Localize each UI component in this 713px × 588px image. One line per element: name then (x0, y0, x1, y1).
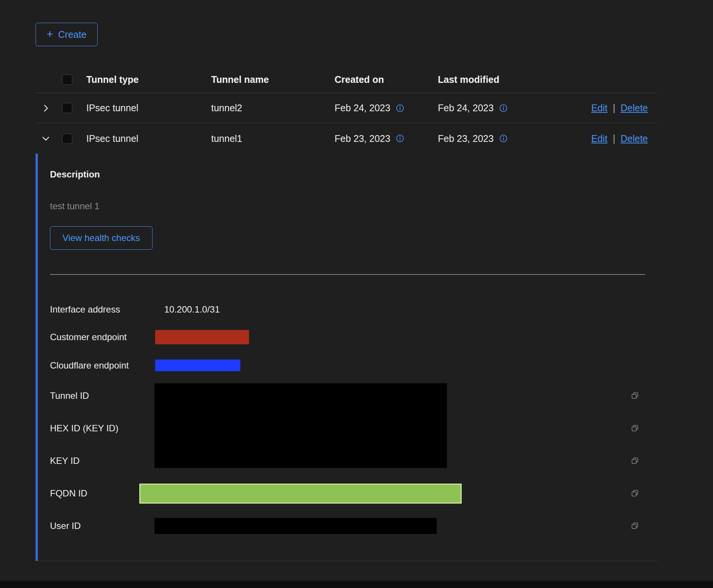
created-date: Feb 24, 2023 (335, 103, 390, 114)
copy-icon (630, 521, 640, 530)
info-icon (499, 134, 508, 143)
table-header-row: Tunnel type Tunnel name Created on Last … (36, 67, 658, 93)
field-label: User ID (50, 521, 155, 531)
expand-row-button[interactable] (41, 103, 51, 113)
copy-fqdn-id-button[interactable] (630, 488, 640, 499)
field-label: Interface address (50, 304, 155, 315)
info-icon (396, 134, 404, 143)
table-row-tunnel2: IPsec tunnel tunnel2 Feb 24, 2023 Feb 24… (36, 93, 658, 123)
detail-row-key-id: KEY ID (50, 445, 658, 477)
chevron-down-icon (41, 134, 51, 143)
chevron-right-icon (41, 103, 51, 113)
delete-link[interactable]: Delete (621, 133, 648, 144)
header-created-on: Created on (335, 74, 438, 85)
view-health-checks-button[interactable]: View health checks (50, 226, 153, 250)
redacted-user-id (154, 518, 437, 534)
tunnel-details: Interface address 10.200.1.0/31 Customer… (50, 296, 658, 542)
modified-info-button[interactable] (499, 134, 508, 143)
copy-tunnel-id-button[interactable] (630, 390, 640, 401)
panel-divider (50, 274, 645, 275)
bottom-edge-strip (0, 581, 713, 588)
create-button-label: Create (58, 29, 87, 40)
header-checkbox-cell (62, 75, 86, 85)
tunnel1-detail-panel: Description test tunnel 1 View health ch… (36, 154, 658, 561)
created-info-button[interactable] (396, 134, 404, 143)
tunnels-page: + Create Tunnel type Tunnel name Created… (0, 0, 713, 588)
field-label: KEY ID (50, 456, 155, 466)
expanded-indicator-bar (36, 154, 38, 561)
header-tunnel-name: Tunnel name (211, 74, 335, 85)
edit-link[interactable]: Edit (591, 133, 607, 144)
field-label: Customer endpoint (50, 332, 155, 342)
interface-address-value: 10.200.1.0/31 (164, 304, 220, 315)
row-checkbox[interactable] (62, 134, 72, 144)
row-checkbox[interactable] (62, 103, 72, 113)
collapse-row-button[interactable] (41, 134, 51, 143)
redacted-customer-endpoint (155, 330, 249, 344)
detail-row-customer-endpoint: Customer endpoint (50, 323, 658, 351)
edit-link[interactable]: Edit (591, 103, 607, 114)
detail-row-tunnel-id: Tunnel ID (50, 380, 658, 412)
select-all-checkbox[interactable] (62, 75, 72, 85)
copy-icon (630, 489, 640, 498)
copy-key-id-button[interactable] (630, 456, 640, 466)
copy-user-id-button[interactable] (630, 521, 640, 531)
tunnel-type-cell: IPsec tunnel (86, 133, 211, 144)
info-icon (499, 104, 508, 112)
created-info-button[interactable] (396, 104, 404, 112)
detail-row-hex-id: HEX ID (KEY ID) (50, 412, 658, 445)
info-icon (396, 104, 404, 112)
actions-separator: | (613, 133, 615, 144)
create-tunnel-button[interactable]: + Create (36, 23, 98, 46)
tunnel-name-cell: tunnel1 (211, 133, 335, 144)
detail-row-interface-address: Interface address 10.200.1.0/31 (50, 296, 658, 323)
copy-hex-id-button[interactable] (630, 423, 640, 434)
table-row-tunnel1: IPsec tunnel tunnel1 Feb 23, 2023 Feb 23… (36, 123, 658, 154)
detail-row-fqdn-id: FQDN ID (50, 477, 658, 510)
modified-date: Feb 24, 2023 (438, 103, 493, 114)
field-label: HEX ID (KEY ID) (50, 423, 155, 434)
modified-date: Feb 23, 2023 (438, 133, 493, 144)
description-value: test tunnel 1 (50, 201, 658, 212)
field-label: Cloudflare endpoint (50, 360, 155, 371)
tunnel-name-cell: tunnel2 (211, 103, 335, 114)
modified-info-button[interactable] (499, 104, 508, 112)
redacted-cloudflare-endpoint (155, 359, 240, 371)
tunnel-type-cell: IPsec tunnel (86, 103, 211, 114)
header-last-modified: Last modified (438, 74, 658, 85)
detail-row-cloudflare-endpoint: Cloudflare endpoint (50, 351, 658, 380)
created-date: Feb 23, 2023 (335, 133, 390, 144)
view-health-checks-label: View health checks (62, 233, 140, 243)
plus-icon: + (47, 28, 53, 40)
copy-icon (630, 456, 640, 465)
actions-separator: | (613, 103, 615, 114)
field-label: Tunnel ID (50, 390, 155, 401)
header-tunnel-type: Tunnel type (86, 74, 211, 85)
copy-icon (630, 391, 640, 400)
tunnels-table: Tunnel type Tunnel name Created on Last … (36, 67, 658, 561)
redacted-fqdn-id (139, 484, 462, 504)
delete-link[interactable]: Delete (621, 103, 648, 114)
copy-icon (630, 424, 640, 433)
description-label: Description (50, 169, 658, 180)
detail-row-user-id: User ID (50, 510, 658, 542)
